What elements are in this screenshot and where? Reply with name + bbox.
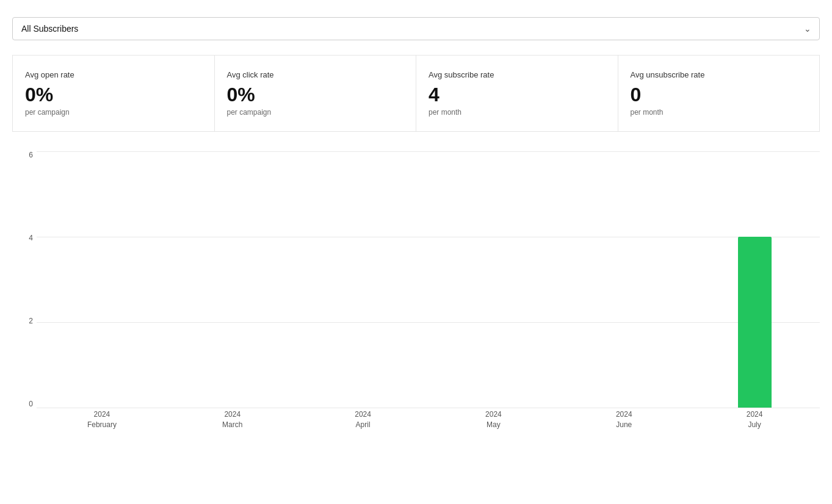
x-month-march: March: [222, 420, 242, 430]
stat-label-3: Avg unsubscribe rate: [631, 70, 808, 79]
stat-value-0: 0%: [25, 84, 202, 106]
x-year-february: 2024: [94, 409, 110, 420]
x-month-july: July: [748, 420, 761, 430]
x-month-february: February: [87, 420, 117, 430]
stat-sublabel-0: per campaign: [25, 108, 202, 117]
bar-group-may: [428, 151, 559, 408]
stat-sublabel-3: per month: [631, 108, 808, 117]
stat-value-3: 0: [631, 84, 808, 106]
stat-card-1: Avg click rate 0% per campaign: [215, 56, 417, 132]
bar-group-february: [37, 151, 167, 408]
bars-container: [37, 151, 820, 408]
y-axis: 6420: [12, 151, 37, 408]
y-label-2: 2: [29, 317, 33, 325]
bar-group-march: [167, 151, 298, 408]
stat-value-2: 4: [429, 84, 606, 106]
bar-group-july: [689, 151, 820, 408]
y-label-4: 4: [29, 234, 33, 242]
x-label-may: 2024 May: [428, 408, 559, 432]
stat-value-1: 0%: [227, 84, 404, 106]
x-year-april: 2024: [355, 409, 371, 420]
y-label-6: 6: [29, 151, 33, 159]
stat-sublabel-2: per month: [429, 108, 606, 117]
x-year-may: 2024: [485, 409, 502, 420]
stat-label-2: Avg subscribe rate: [429, 70, 606, 79]
x-month-april: April: [356, 420, 371, 430]
x-year-june: 2024: [616, 409, 632, 420]
x-label-july: 2024 July: [689, 408, 820, 432]
x-year-march: 2024: [224, 409, 241, 420]
stat-card-3: Avg unsubscribe rate 0 per month: [618, 56, 820, 132]
stat-sublabel-1: per campaign: [227, 108, 404, 117]
x-label-april: 2024 April: [298, 408, 429, 432]
y-label-0: 0: [29, 400, 33, 408]
bar-group-june: [559, 151, 689, 408]
x-year-july: 2024: [747, 409, 763, 420]
bar-july: [738, 237, 772, 408]
x-label-march: 2024 March: [167, 408, 298, 432]
x-label-february: 2024 February: [37, 408, 167, 432]
x-label-june: 2024 June: [559, 408, 689, 432]
subscribers-dropdown[interactable]: All SubscribersActive SubscribersInactiv…: [12, 17, 820, 40]
stat-label-0: Avg open rate: [25, 70, 202, 79]
bar-group-april: [298, 151, 429, 408]
x-axis: 2024 February 2024 March 2024 April 2024…: [37, 408, 820, 432]
stat-card-2: Avg subscribe rate 4 per month: [416, 56, 618, 132]
x-month-june: June: [616, 420, 632, 430]
chart-wrapper: 6420 2024 February 2024 March 2024 April…: [12, 151, 820, 432]
chart-inner: [37, 151, 820, 408]
stat-card-0: Avg open rate 0% per campaign: [13, 56, 215, 132]
stats-grid: Avg open rate 0% per campaign Avg click …: [12, 55, 820, 132]
x-month-may: May: [487, 420, 501, 430]
stat-label-1: Avg click rate: [227, 70, 404, 79]
